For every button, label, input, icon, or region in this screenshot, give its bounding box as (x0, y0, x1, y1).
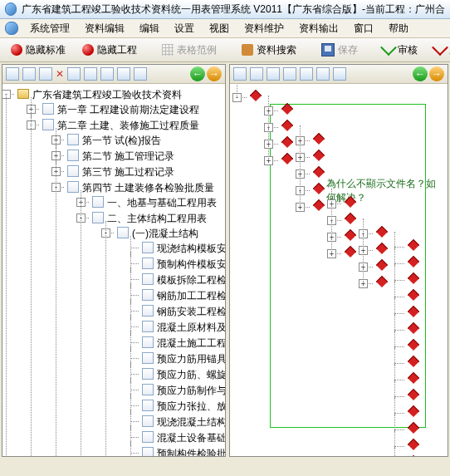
expand-icon[interactable]: + (296, 203, 305, 212)
tool-icon[interactable] (134, 67, 147, 81)
menu-view[interactable]: 视图 (203, 20, 236, 37)
tree-item[interactable]: 二、主体结构工程用表 (107, 213, 207, 224)
tool-icon[interactable] (316, 67, 330, 81)
tool-icon[interactable] (84, 67, 97, 81)
tree-item[interactable]: 第三节 施工过程记录 (82, 166, 174, 178)
tree-leaf[interactable]: 钢筋加工工程检验 (157, 290, 225, 302)
menu-help[interactable]: 帮助 (382, 20, 415, 37)
tree-item[interactable]: 第四节 土建装修各检验批质量 (82, 182, 214, 194)
data-search-button[interactable]: 资料搜索 (236, 41, 302, 60)
red-dot-icon (82, 44, 94, 56)
nav-forward-button[interactable]: → (429, 66, 444, 81)
right-pane-toolbar: ← → (230, 65, 448, 84)
tree-leaf[interactable]: 混凝土原材料及配 (157, 321, 225, 333)
audit-button[interactable]: 审核 (377, 41, 423, 60)
tool-icon[interactable] (250, 67, 263, 81)
expand-icon[interactable]: + (359, 279, 368, 288)
tree-leaf[interactable]: 混凝土施工工程检 (157, 337, 225, 349)
tree-leaf[interactable]: 钢筋安装工程检验 (157, 306, 225, 317)
check-icon (383, 44, 394, 56)
tree-item[interactable]: 第二节 施工管理记录 (82, 150, 174, 162)
hide-standard-button[interactable]: 隐藏标准 (5, 41, 71, 60)
diamond-icon (408, 422, 419, 434)
diamond-icon (313, 183, 325, 194)
tool-icon[interactable] (100, 67, 114, 81)
tree-item[interactable]: (一)混凝土结构 (132, 228, 198, 239)
nav-forward-button[interactable]: → (207, 66, 222, 81)
tree-leaf[interactable]: 预应力张拉、放张 (157, 400, 225, 412)
titlebar: 广东省建筑工程竣工验收技术资料统一用表管理系统 V2011【广东省综合版】-当前… (0, 0, 450, 19)
workspace: ✕ ← → -广东省建筑工程竣工验收技术资料 +第一章 工程建设前期法定建设程 … (0, 62, 450, 459)
diamond-icon (281, 120, 293, 131)
menubar: 系统管理 资料编辑 编辑 设置 视图 资料维护 资料输出 窗口 帮助 (0, 19, 450, 38)
uncheck-icon (434, 44, 446, 56)
doc-icon (142, 368, 154, 380)
tool-icon[interactable] (22, 67, 36, 81)
menu-system[interactable]: 系统管理 (23, 20, 76, 37)
record-tree[interactable]: 為什么不顯示文件名？如何解决？ - + - + + + - + (230, 84, 448, 456)
tree-leaf[interactable]: 预应力筋、螺旋管 (157, 369, 225, 380)
doc-icon (142, 273, 154, 285)
menu-window[interactable]: 窗口 (347, 20, 380, 37)
doc-icon (142, 321, 154, 332)
collapse-icon[interactable]: - (51, 183, 61, 192)
tool-icon[interactable] (117, 67, 130, 81)
catalog-tree[interactable]: -广东省建筑工程竣工验收技术资料 +第一章 工程建设前期法定建设程 -第二章 土… (2, 84, 225, 456)
collapse-icon[interactable]: - (232, 93, 242, 102)
expand-icon[interactable]: + (327, 249, 336, 258)
diamond-icon (281, 136, 293, 148)
anti-audit-button[interactable]: 反审核 (428, 41, 450, 60)
doc-icon (142, 384, 154, 395)
menu-settings[interactable]: 设置 (168, 20, 201, 37)
diamond-icon (281, 103, 293, 115)
tree-leaf[interactable]: 预应力筋制作与安 (157, 385, 225, 396)
menu-data-edit[interactable]: 资料编辑 (78, 20, 131, 37)
tree-leaf[interactable]: 预制构件检验批质 (157, 448, 225, 456)
tree-leaf[interactable]: 现浇结构模板安装 (157, 243, 225, 254)
nav-back-button[interactable]: ← (413, 66, 428, 81)
collapse-icon[interactable]: - (76, 213, 86, 223)
tree-leaf[interactable]: 模板拆除工程检验 (157, 274, 225, 286)
tree-leaf[interactable]: 现浇混凝土结构观 (157, 416, 225, 428)
doc-icon (117, 227, 129, 238)
diamond-icon (281, 153, 293, 164)
diamond-icon (408, 439, 419, 450)
tool-x-icon[interactable]: ✕ (56, 68, 64, 80)
collapse-icon[interactable]: - (2, 90, 11, 99)
diamond-icon (250, 90, 262, 101)
doc-icon (142, 242, 154, 253)
expand-icon[interactable]: + (264, 156, 273, 165)
menu-edit[interactable]: 编辑 (133, 20, 166, 37)
collapse-icon[interactable]: - (101, 228, 110, 238)
tool-icon[interactable] (283, 67, 296, 81)
doc-icon (67, 181, 79, 193)
tree-leaf[interactable]: 预应力筋用锚具、 (157, 353, 225, 365)
tree-leaf[interactable]: 预制构件模板安装 (157, 258, 225, 270)
tool-icon[interactable] (267, 67, 280, 81)
menu-maintain[interactable]: 资料维护 (237, 20, 291, 37)
tool-icon[interactable] (233, 67, 247, 81)
doc-icon (42, 103, 54, 115)
doc-icon (142, 305, 154, 317)
tool-icon[interactable] (300, 67, 313, 81)
nav-back-button[interactable]: ← (190, 66, 205, 81)
tool-icon[interactable] (333, 67, 346, 81)
hide-project-button[interactable]: 隐藏工程 (76, 41, 143, 60)
tool-icon[interactable] (6, 67, 19, 81)
tree-item[interactable]: 第一节 试(检)报告 (82, 135, 161, 146)
tree-leaf[interactable]: 混凝土设备基础外 (157, 432, 225, 444)
tree-item[interactable]: 第一章 工程建设前期法定建设程 (57, 104, 199, 115)
diamond-icon (313, 199, 325, 211)
collapse-icon[interactable]: - (27, 120, 36, 130)
floppy-icon (321, 43, 335, 56)
diamond-icon (408, 322, 419, 334)
tree-item[interactable]: 一、地基与基础工程用表 (107, 197, 217, 209)
person-search-icon (242, 44, 253, 56)
tool-icon[interactable] (67, 67, 81, 81)
menu-output[interactable]: 资料输出 (292, 20, 345, 37)
doc-icon (67, 134, 79, 145)
tree-item[interactable]: 第二章 土建、装修施工过程质量 (57, 120, 199, 131)
tree-root[interactable]: 广东省建筑工程竣工验收技术资料 (32, 89, 182, 101)
doc-icon (67, 150, 79, 161)
tool-icon[interactable] (39, 67, 52, 81)
